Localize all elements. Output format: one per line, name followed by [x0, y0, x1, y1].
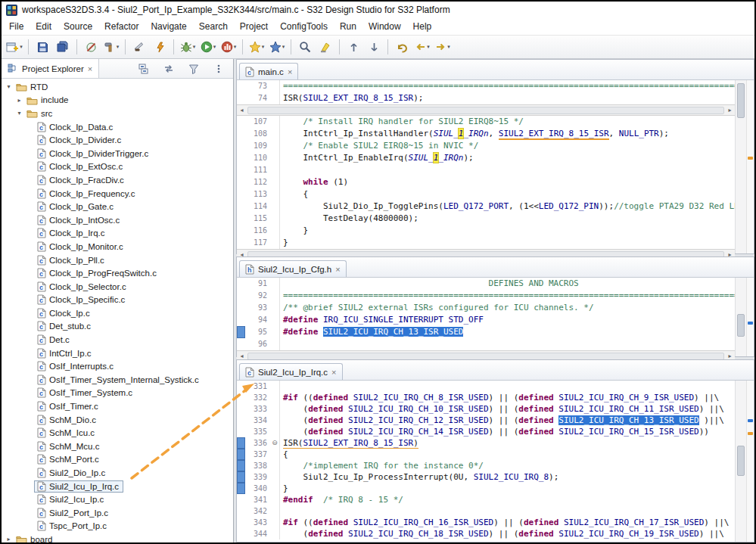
tree-item-schm-dio-c[interactable]: cSchM_Dio.c [2, 413, 233, 427]
code-area[interactable]: 73======================================… [237, 80, 735, 104]
tree-item-osif-timer-system-c[interactable]: cOsIf_Timer_System.c [2, 387, 233, 400]
tree-item-clock-ip-divider-c[interactable]: cClock_Ip_Divider.c [2, 133, 233, 147]
link-editor-button[interactable] [159, 60, 179, 78]
tree-item-clock-ip-irq-c[interactable]: cClock_Ip_Irq.c [2, 227, 233, 241]
menu-run[interactable]: Run [334, 19, 362, 34]
search-button[interactable] [295, 38, 315, 56]
tree-item-siul2-icu-ip-irq-c[interactable]: cSiul2_Icu_Ip_Irq.c [2, 480, 233, 493]
new-s32-wizard-button[interactable]: ▾ [267, 38, 287, 56]
scroll-left-icon[interactable]: ◂ [237, 353, 247, 359]
tree-item-schm-mcu-c[interactable]: cSchM_Mcu.c [2, 440, 233, 453]
horizontal-scrollbar[interactable]: ◂▸ [237, 104, 735, 116]
menu-search[interactable]: Search [193, 19, 234, 34]
tree-item-rtd[interactable]: ▾RTD [2, 80, 233, 94]
scrollbar-thumb[interactable] [737, 446, 745, 476]
expanded-arrow-icon[interactable]: ▾ [5, 83, 13, 90]
knife-button[interactable] [129, 38, 149, 56]
menu-project[interactable]: Project [234, 19, 274, 34]
save-all-button[interactable] [53, 38, 73, 56]
menu-window[interactable]: Window [362, 19, 407, 34]
tree-item-clock-ip-gate-c[interactable]: cClock_Ip_Gate.c [2, 200, 233, 213]
tree-item-det-stub-c[interactable]: cDet_stub.c [2, 320, 233, 334]
menu-help[interactable]: Help [407, 19, 438, 34]
menu-configtools[interactable]: ConfigTools [274, 19, 334, 34]
flash-button[interactable] [150, 38, 170, 56]
collapsed-arrow-icon[interactable]: ▸ [5, 536, 13, 542]
code-area[interactable]: 331332#if ((defined SIUL2_ICU_IRQ_CH_8_I… [237, 381, 735, 539]
vertical-scrollbar[interactable] [735, 381, 746, 542]
tree-item-clock-ip-frequency-c[interactable]: cClock_Ip_Frequency.c [2, 187, 233, 201]
fold-minus-icon[interactable]: ⊖ [270, 437, 280, 449]
tree-item-siul2-dio-ip-c[interactable]: cSiul2_Dio_Ip.c [2, 466, 233, 480]
vertical-scrollbar[interactable] [735, 278, 746, 356]
highlight-button[interactable] [316, 38, 335, 56]
tree-item-clock-ip-fracdiv-c[interactable]: cClock_Ip_FracDiv.c [2, 173, 233, 187]
scrollbar-thumb[interactable] [737, 83, 745, 118]
scroll-right-icon[interactable]: ▸ [725, 107, 735, 113]
tree-item-tspc-port-ip-c[interactable]: cTspc_Port_Ip.c [2, 520, 233, 533]
tree-item-clock-ip-intosc-c[interactable]: cClock_Ip_IntOsc.c [2, 213, 233, 227]
project-explorer-tab[interactable]: Project Explorer × [2, 59, 99, 78]
filter-button[interactable] [184, 60, 204, 78]
next-annotation-button[interactable] [364, 38, 384, 56]
tree-item-siul2-port-ip-c[interactable]: cSiul2_Port_Ip.c [2, 506, 233, 520]
tab-close-icon[interactable]: × [335, 265, 340, 274]
vertical-scrollbar[interactable] [735, 80, 746, 253]
tree-item-intctrl-ip-c[interactable]: cIntCtrl_Ip.c [2, 347, 233, 360]
tree-item-siul2-icu-ip-c[interactable]: cSiul2_Icu_Ip.c [2, 493, 233, 506]
scrollbar-thumb[interactable] [247, 353, 724, 360]
tab-close-icon[interactable]: × [331, 368, 336, 377]
tree-item-board[interactable]: ▸board [2, 533, 233, 542]
line-number: 343 [245, 517, 270, 528]
tab-siul2-icu-ip-cfg-h[interactable]: hSiul2_Icu_Ip_Cfg.h× [239, 260, 347, 277]
profile-button[interactable]: ▾ [219, 38, 238, 56]
view-menu-button[interactable] [209, 60, 229, 78]
menu-edit[interactable]: Edit [30, 19, 58, 34]
tree-item-schm-icu-c[interactable]: cSchM_Icu.c [2, 426, 233, 440]
tab-close-icon[interactable]: × [288, 67, 292, 76]
code-area[interactable]: 107 /* Install IRQ handler for SIUL2 EIR… [237, 116, 735, 249]
tree-item-clock-ip-extosc-c[interactable]: cClock_Ip_ExtOsc.c [2, 160, 233, 174]
scroll-left-icon[interactable]: ◂ [237, 107, 247, 113]
save-button[interactable] [33, 38, 52, 56]
prev-annotation-button[interactable] [344, 38, 363, 56]
tree-item-clock-ip-progfreqswitch-c[interactable]: cClock_Ip_ProgFreqSwitch.c [2, 266, 233, 280]
tab-main-c[interactable]: cmain.c× [239, 63, 298, 79]
menu-refactor[interactable]: Refactor [98, 19, 145, 34]
new-c-wizard-button[interactable]: ▾ [247, 38, 266, 56]
code-area[interactable]: 91 DEFINES AND MACROS92=================… [237, 278, 735, 350]
collapse-all-button[interactable] [134, 60, 154, 78]
last-edit-button[interactable] [392, 38, 412, 56]
tree-item-clock-ip-c[interactable]: cClock_Ip.c [2, 306, 233, 320]
tree-item-include[interactable]: ▸include [2, 94, 233, 107]
debug-button[interactable]: ▾ [178, 38, 198, 56]
tree-item-clock-ip-specific-c[interactable]: cClock_Ip_Specific.c [2, 294, 233, 307]
tree-item-clock-ip-monitor-c[interactable]: cClock_Ip_Monitor.c [2, 240, 233, 253]
tree-item-osif-timer-c[interactable]: cOsIf_Timer.c [2, 399, 233, 413]
tab-siul2-icu-ip-irq-c[interactable]: cSiul2_Icu_Ip_Irq.c× [239, 363, 343, 380]
menu-source[interactable]: Source [58, 19, 98, 34]
tree-item-src[interactable]: ▾src [2, 107, 233, 120]
tree-item-osif-interrupts-c[interactable]: cOsIf_Interrupts.c [2, 359, 233, 373]
tree-item-osif-timer-system-internal-systick-c[interactable]: cOsIf_Timer_System_Internal_Systick.c [2, 373, 233, 387]
back-button[interactable]: ▾ [412, 38, 432, 56]
menu-navigate[interactable]: Navigate [145, 19, 192, 34]
new-button[interactable]: ▾ [5, 38, 24, 56]
collapsed-arrow-icon[interactable]: ▸ [15, 97, 23, 104]
expanded-arrow-icon[interactable]: ▾ [15, 110, 23, 117]
tree-item-det-c[interactable]: cDet.c [2, 333, 233, 347]
run-button[interactable]: ▾ [198, 38, 218, 56]
scrollbar-thumb[interactable] [737, 314, 745, 337]
menu-file[interactable]: File [3, 19, 30, 34]
build-button[interactable]: ▾ [101, 38, 121, 56]
tree-item-clock-ip-pll-c[interactable]: cClock_Ip_Pll.c [2, 253, 233, 267]
tree-item-clock-ip-dividertrigger-c[interactable]: cClock_Ip_DividerTrigger.c [2, 147, 233, 160]
skip-breakpoints-button[interactable] [81, 38, 101, 56]
tree-item-schm-port-c[interactable]: cSchM_Port.c [2, 453, 233, 467]
tree-item-clock-ip-selector-c[interactable]: cClock_Ip_Selector.c [2, 280, 233, 294]
forward-button[interactable]: ▾ [433, 38, 453, 56]
scroll-right-icon[interactable]: ▸ [725, 353, 735, 359]
scrollbar-thumb[interactable] [247, 107, 724, 114]
view-close-icon[interactable]: × [88, 64, 92, 73]
tree-item-clock-ip-data-c[interactable]: cClock_Ip_Data.c [2, 120, 233, 134]
